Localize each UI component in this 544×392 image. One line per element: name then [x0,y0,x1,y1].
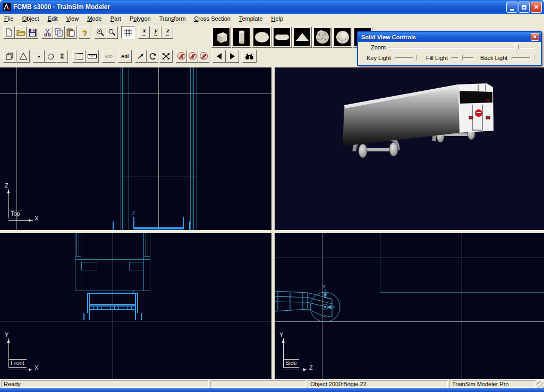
cone-primitive-button[interactable] [292,27,312,48]
ani-label: Ani [121,54,129,59]
zoom-slider-thumb[interactable] [514,44,518,52]
new-button[interactable] [3,26,15,39]
sphere-primitive-button[interactable] [252,27,271,48]
zoom-in-icon [96,28,105,37]
help-button[interactable]: ? [79,26,90,39]
window-title: FCMB s3000 - TrainSim Modeler [13,3,110,11]
menu-mode[interactable]: Mode [83,15,106,22]
open-button[interactable] [15,26,27,39]
front-view-x-marker: x [132,288,135,294]
axis-x-arrow-icon: ↔ [142,32,147,37]
menu-template[interactable]: Template [235,15,267,22]
textured-sphere-icon [314,29,330,45]
rotate-icon [149,53,157,60]
back-light-thumb[interactable] [530,55,534,62]
zoom-slider-label: Zoom [371,44,386,50]
viewport-front[interactable]: x Y Front X [0,233,271,379]
prev-icon [217,53,222,59]
polygon-mode-button[interactable] [16,50,30,63]
copy-button[interactable] [53,26,65,39]
circle-icon [48,54,54,59]
cylinder-icon [234,29,249,45]
resize-grip[interactable] [537,381,543,388]
shaded-sphere-icon [335,29,351,45]
back-light-slider[interactable] [512,57,534,59]
palette-title-bar[interactable]: Solid View Controls ✕ [358,32,541,42]
fill-light-slider[interactable] [452,57,473,59]
next-part-button[interactable] [226,50,239,63]
circle-mode-button[interactable] [45,50,56,63]
menu-polygon[interactable]: Polygon [125,15,155,22]
lock-y-button[interactable]: Y [187,50,198,63]
paste-button[interactable] [65,26,76,39]
find-button[interactable] [242,50,257,63]
menu-transform[interactable]: Transform [155,15,190,22]
viewport-side[interactable]: Y Z Y Side Z [275,233,544,379]
lock-x-button[interactable]: X [176,50,187,63]
status-object: Object:2000:Bogie.22 [308,380,448,388]
zoom-in-button[interactable] [95,26,106,39]
menu-file[interactable]: File [0,15,18,22]
move-button[interactable] [135,50,147,63]
zoom-out-button[interactable] [106,26,118,39]
add-label: ADD [105,55,113,58]
shaded-sphere-primitive-button[interactable] [333,27,352,48]
lock-z-button[interactable]: Z [198,50,209,63]
axis-y-button[interactable]: y↔ [150,26,162,39]
app-icon [3,3,11,11]
maximize-button[interactable] [518,2,530,13]
prev-part-button[interactable] [212,50,226,63]
cone-icon [294,30,310,45]
key-light-slider[interactable] [395,57,417,59]
top-haxis-arrow-icon [8,220,33,221]
status-ready: Ready [1,380,209,388]
title-bar[interactable]: FCMB s3000 - TrainSim Modeler ✕ [0,0,544,14]
sphere-icon [254,30,270,45]
lock-z-icon: Z [199,50,209,62]
solid-view-controls-palette[interactable]: Solid View Controls ✕ Zoom Key Light Fil… [357,31,542,66]
scale-icon [162,53,170,60]
scale-button[interactable] [159,50,173,63]
menu-view[interactable]: View [62,15,83,22]
fill-light-thumb[interactable] [458,55,463,62]
viewport-solid-3d[interactable] [275,67,544,230]
cube-primitive-button[interactable] [211,27,231,48]
bogie-wireframe [275,289,340,322]
save-button[interactable] [27,26,38,39]
grid-toggle-button[interactable] [121,26,135,39]
menu-bar: FileObjectEditViewModePartPolygonTransfo… [0,14,544,23]
key-light-thumb[interactable] [413,55,417,62]
measure-button[interactable] [86,50,99,63]
open-folder-icon [16,29,26,36]
menu-help[interactable]: Help [267,15,288,22]
cube-icon [214,30,229,45]
textured-sphere-primitive-button[interactable] [312,27,332,48]
spline-mode-button[interactable]: Σ [56,50,68,63]
cut-button[interactable] [41,26,53,39]
marquee-icon [75,53,83,59]
menu-edit[interactable]: Edit [44,15,62,22]
animation-button[interactable]: Ani [118,50,132,63]
minimize-button[interactable] [506,2,517,13]
close-button[interactable]: ✕ [531,2,542,13]
axis-z-button[interactable]: z↔ [162,26,173,39]
side-view-gizmo: Y Side Z [277,331,320,377]
menu-cross-section[interactable]: Cross Section [190,15,234,22]
axis-x-button[interactable]: x↔ [138,26,150,39]
viewport-top[interactable]: Z Z Top X [0,67,271,230]
front-view-name: Front [8,359,27,368]
ruler-icon [88,54,97,59]
menu-object[interactable]: Object [18,15,44,22]
rotate-button[interactable] [147,50,158,63]
palette-close-button[interactable]: ✕ [531,33,539,41]
point-mode-button[interactable] [33,50,45,63]
capsule-primitive-button[interactable] [272,27,292,48]
zoom-slider[interactable] [388,47,534,49]
marquee-select-button[interactable] [72,50,86,63]
next-icon [230,53,235,59]
cylinder-primitive-button[interactable] [232,27,251,48]
object-mode-button[interactable] [3,50,16,63]
front-haxis-arrow-icon [8,370,33,370]
menu-part[interactable]: Part [106,15,125,22]
paste-clipboard-icon [66,28,75,37]
